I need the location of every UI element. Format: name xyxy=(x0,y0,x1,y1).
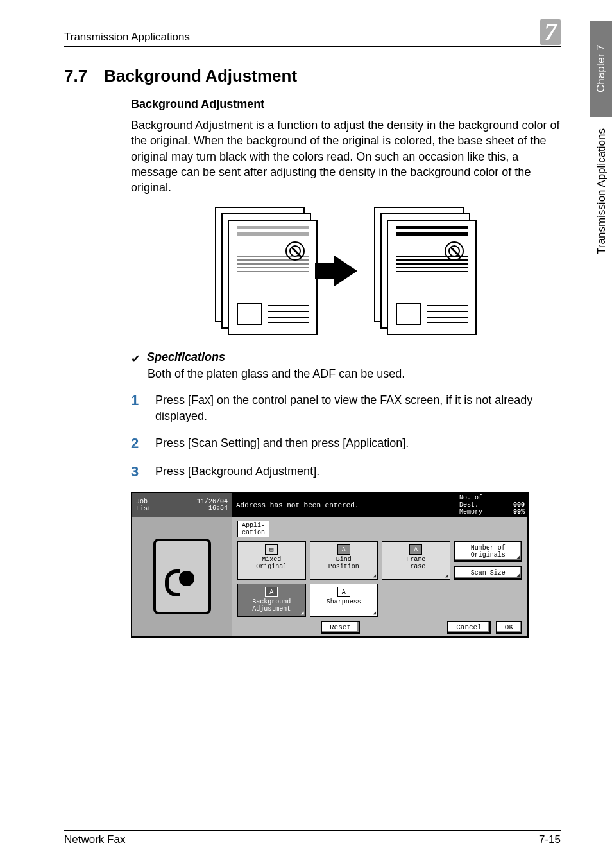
no-symbol-icon xyxy=(285,241,305,261)
running-header-left: Transmission Applications xyxy=(64,31,190,44)
arrow-right-icon xyxy=(334,256,357,286)
spec-heading: Specifications xyxy=(147,351,225,364)
side-chapter-label: Chapter 7 xyxy=(590,21,612,117)
tile-number-of-originals[interactable]: Number of Originals◢ xyxy=(454,541,523,562)
step-text: Press [Scan Setting] and then press [App… xyxy=(155,435,561,451)
footer-left: Network Fax xyxy=(64,833,125,846)
tab-application[interactable]: Appli- cation xyxy=(237,521,269,537)
letter-a-icon: A xyxy=(265,587,278,597)
tile-background-adjustment[interactable]: A Background Adjustment ◢ xyxy=(237,584,306,617)
no-symbol-icon xyxy=(445,241,464,261)
before-after-diagram xyxy=(131,207,561,335)
step-text: Press [Background Adjustment]. xyxy=(155,464,561,479)
step-number: 2 xyxy=(131,435,142,452)
tile-frame-erase[interactable]: A Frame Erase ◢ xyxy=(382,541,450,580)
step-text: Press [Fax] on the control panel to view… xyxy=(155,392,561,424)
preview-pane xyxy=(132,517,232,636)
letter-a-outline-icon: A xyxy=(337,587,350,597)
side-section-label: Transmission Applications xyxy=(595,128,608,254)
checkmark-icon: ✔ xyxy=(131,352,140,366)
section-number: 7.7 xyxy=(64,66,87,86)
footer-right: 7-15 xyxy=(539,833,561,846)
diagram-before-stack xyxy=(215,207,318,335)
device-screen: Job List 11/26/04 16:54 Address has not … xyxy=(131,492,529,638)
tile-bind-position[interactable]: A Bind Position ◢ xyxy=(310,541,378,580)
status-counters: No. of Dest. 000 Memory 99% xyxy=(457,493,527,517)
status-banner: Address has not been entered. xyxy=(232,493,457,517)
spec-text: Both of the platen glass and the ADF can… xyxy=(148,367,561,381)
plug-icon xyxy=(153,539,211,614)
body-paragraph: Background Adjustment is a function to a… xyxy=(131,117,561,195)
subsection-heading: Background Adjustment xyxy=(131,98,561,111)
running-header-right: 7 xyxy=(540,19,561,45)
letter-a-icon: A xyxy=(337,544,350,555)
ok-button[interactable]: OK xyxy=(496,621,522,634)
tile-sharpness[interactable]: A Sharpness ◢ xyxy=(310,584,378,617)
pages-icon: ▤ xyxy=(265,544,278,555)
step-number: 1 xyxy=(131,392,142,409)
datetime-label: 11/26/04 16:54 xyxy=(197,499,228,512)
letter-a-icon: A xyxy=(409,544,422,555)
tile-scan-size[interactable]: Scan Size◢ xyxy=(454,566,523,580)
cancel-button[interactable]: Cancel xyxy=(447,621,491,634)
tile-mixed-original[interactable]: ▤ Mixed Original xyxy=(237,541,306,580)
reset-button[interactable]: Reset xyxy=(321,621,360,634)
diagram-after-stack xyxy=(374,207,477,335)
section-title: Background Adjustment xyxy=(104,66,297,86)
step-number: 3 xyxy=(131,464,142,480)
job-list-button[interactable]: Job List 11/26/04 16:54 xyxy=(132,493,232,517)
